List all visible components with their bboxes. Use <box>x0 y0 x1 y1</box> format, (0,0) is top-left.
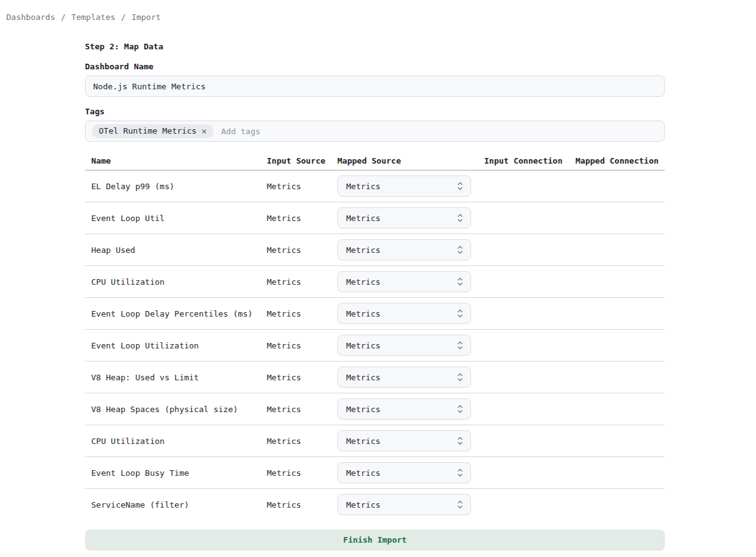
mapped-source-select[interactable]: Metrics <box>337 494 471 515</box>
mapped-connection-cell <box>575 457 665 489</box>
metric-name-cell: V8 Heap: Used vs Limit <box>85 362 267 393</box>
mapped-source-cell: Metrics <box>337 234 484 266</box>
input-source-cell: Metrics <box>267 457 337 489</box>
mapped-source-select[interactable]: Metrics <box>337 239 471 260</box>
breadcrumb-separator: / <box>121 12 126 22</box>
mapped-source-value: Metrics <box>346 182 380 191</box>
select-updown-chevron-icon <box>457 468 463 477</box>
table-row: V8 Heap: Used vs Limit Metrics Metrics <box>85 362 665 393</box>
table-row: Event Loop Utilization Metrics Metrics <box>85 330 665 362</box>
mapped-source-select[interactable]: Metrics <box>337 207 471 229</box>
mapped-source-select[interactable]: Metrics <box>337 175 471 197</box>
select-updown-chevron-icon <box>457 341 463 350</box>
table-row: Heap Used Metrics Metrics <box>85 234 665 266</box>
step-heading: Step 2: Map Data <box>85 42 665 51</box>
mapped-source-cell: Metrics <box>337 362 484 393</box>
mapped-connection-cell <box>575 298 665 330</box>
metric-name-cell: V8 Heap Spaces (physical size) <box>85 393 267 425</box>
input-connection-cell <box>484 234 575 266</box>
input-connection-cell <box>484 425 575 457</box>
mapped-source-value: Metrics <box>346 245 380 255</box>
input-source-cell: Metrics <box>267 266 337 298</box>
input-connection-cell <box>484 298 575 330</box>
input-connection-cell <box>484 202 575 234</box>
mapped-source-select[interactable]: Metrics <box>337 303 471 324</box>
input-connection-cell <box>484 266 575 298</box>
mapped-source-value: Metrics <box>346 468 380 478</box>
table-row: Event Loop Util Metrics Metrics <box>85 202 665 234</box>
select-updown-chevron-icon <box>457 245 463 254</box>
mapped-source-cell: Metrics <box>337 457 484 489</box>
tags-label: Tags <box>85 107 665 116</box>
metric-name-cell: Event Loop Busy Time <box>85 457 267 489</box>
column-header-mapped-source: Mapped Source <box>337 156 484 170</box>
mapped-source-select[interactable]: Metrics <box>337 335 471 356</box>
mapped-connection-cell <box>575 266 665 298</box>
mapped-source-value: Metrics <box>346 214 380 223</box>
input-connection-cell <box>484 170 575 202</box>
mapped-source-select[interactable]: Metrics <box>337 271 471 292</box>
column-header-mapped-connection: Mapped Connection <box>575 156 665 170</box>
input-connection-cell <box>484 393 575 425</box>
input-connection-cell <box>484 457 575 489</box>
mapped-source-value: Metrics <box>346 436 380 446</box>
table-header-row: Name Input Source Mapped Source Input Co… <box>85 156 665 170</box>
mapped-source-cell: Metrics <box>337 393 484 425</box>
table-row: Event Loop Busy Time Metrics Metrics <box>85 457 665 489</box>
input-source-cell: Metrics <box>267 362 337 393</box>
select-updown-chevron-icon <box>457 214 463 222</box>
table-row: CPU Utilization Metrics Metrics <box>85 425 665 457</box>
mapped-connection-cell <box>575 393 665 425</box>
mapped-source-select[interactable]: Metrics <box>337 398 471 420</box>
mapped-source-cell: Metrics <box>337 298 484 330</box>
mapped-connection-cell <box>575 202 665 234</box>
finish-import-button[interactable]: Finish Import <box>85 530 665 551</box>
table-row: Event Loop Delay Percentiles (ms) Metric… <box>85 298 665 330</box>
input-source-cell: Metrics <box>267 330 337 362</box>
mapped-source-value: Metrics <box>346 373 380 382</box>
input-connection-cell <box>484 362 575 393</box>
mapped-source-value: Metrics <box>346 500 380 510</box>
input-connection-cell <box>484 330 575 362</box>
dashboard-name-label: Dashboard Name <box>85 62 665 71</box>
mapped-source-select[interactable]: Metrics <box>337 430 471 451</box>
mapped-source-value: Metrics <box>346 277 380 287</box>
add-tags-input[interactable] <box>220 126 658 137</box>
input-source-cell: Metrics <box>267 234 337 266</box>
input-source-cell: Metrics <box>267 489 337 521</box>
import-page: Dashboards / Templates / Import Step 2: … <box>0 0 756 557</box>
tag-chip-label: OTel Runtime Metrics <box>99 126 197 136</box>
select-updown-chevron-icon <box>457 309 463 318</box>
tags-input-container[interactable]: OTel Runtime Metrics × <box>85 121 665 142</box>
mapped-source-value: Metrics <box>346 405 380 414</box>
mapped-connection-cell <box>575 425 665 457</box>
breadcrumb-templates[interactable]: Templates <box>71 12 115 22</box>
select-updown-chevron-icon <box>457 405 463 413</box>
dashboard-name-input[interactable] <box>85 76 665 97</box>
mapped-source-value: Metrics <box>346 341 380 350</box>
select-updown-chevron-icon <box>457 373 463 382</box>
input-source-cell: Metrics <box>267 170 337 202</box>
table-row: EL Delay p99 (ms) Metrics Metrics <box>85 170 665 202</box>
breadcrumb-dashboards[interactable]: Dashboards <box>6 12 55 22</box>
table-row: ServiceName (filter) Metrics Metrics <box>85 489 665 521</box>
tag-remove-icon[interactable]: × <box>202 127 207 136</box>
breadcrumb: Dashboards / Templates / Import <box>0 0 756 22</box>
mapped-source-select[interactable]: Metrics <box>337 367 471 388</box>
select-updown-chevron-icon <box>457 277 463 286</box>
mapped-source-cell: Metrics <box>337 202 484 234</box>
mapped-source-cell: Metrics <box>337 170 484 202</box>
metric-name-cell: Event Loop Util <box>85 202 267 234</box>
metric-name-cell: CPU Utilization <box>85 425 267 457</box>
mapped-source-select[interactable]: Metrics <box>337 462 471 483</box>
column-header-name: Name <box>85 156 267 170</box>
tag-chip: OTel Runtime Metrics × <box>92 124 214 138</box>
metric-name-cell: EL Delay p99 (ms) <box>85 170 267 202</box>
breadcrumb-separator: / <box>61 12 66 22</box>
select-updown-chevron-icon <box>457 436 463 445</box>
breadcrumb-import: Import <box>131 12 161 22</box>
metric-name-cell: Heap Used <box>85 234 267 266</box>
import-form: Step 2: Map Data Dashboard Name Tags OTe… <box>85 42 665 557</box>
input-source-cell: Metrics <box>267 202 337 234</box>
mapped-connection-cell <box>575 330 665 362</box>
